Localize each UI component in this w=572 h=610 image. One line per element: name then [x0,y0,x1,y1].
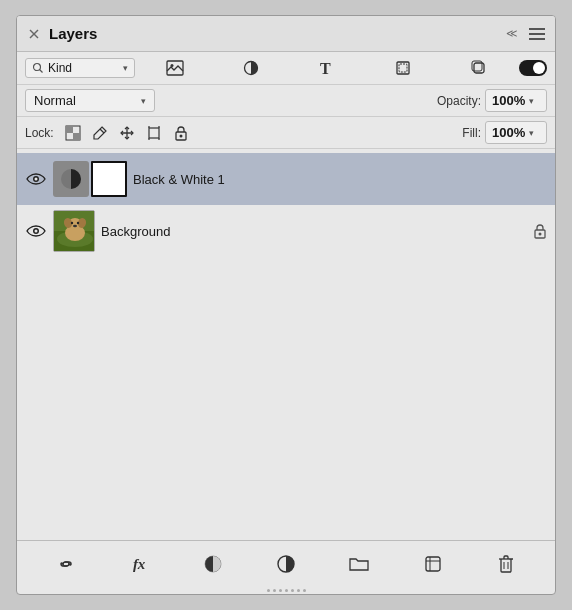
blend-mode-dropdown[interactable]: Normal ▾ [25,89,155,112]
grip-dot [303,589,306,592]
grip-dot [291,589,294,592]
fill-label: Fill: [462,126,481,140]
smartobject-filter-icon[interactable] [468,57,490,79]
svg-rect-13 [66,126,73,133]
opacity-input[interactable]: 100% ▾ [485,89,547,112]
layers-panel: Layers ≪ Kind ▾ [16,15,556,595]
fill-input[interactable]: 100% ▾ [485,121,547,144]
filter-row: Kind ▾ T [17,52,555,85]
layer-locked-icon [533,223,547,239]
adjustment-filter-icon[interactable] [240,57,262,79]
fill-chevron-icon: ▾ [529,128,534,138]
grip-dot [297,589,300,592]
grip-dots [267,589,306,592]
svg-point-24 [179,134,182,137]
new-group-button[interactable] [271,549,301,579]
svg-line-15 [100,129,104,133]
svg-rect-9 [399,64,407,72]
bottom-toolbar: fx [17,540,555,589]
svg-point-29 [35,230,38,233]
double-chevron-icon[interactable]: ≪ [506,27,519,40]
layer-item-background[interactable]: Background [17,205,555,257]
svg-point-39 [73,225,77,227]
lock-row: Lock: [17,117,555,149]
panel-title: Layers [49,25,97,42]
grip-dot [267,589,270,592]
lock-image-pixels-icon[interactable] [89,122,111,144]
layer-name: Black & White 1 [133,172,547,187]
fx-label: fx [133,556,146,573]
panel-menu-button[interactable] [529,28,545,40]
add-mask-button[interactable] [418,549,448,579]
svg-text:T: T [320,60,331,76]
svg-rect-45 [426,557,440,571]
svg-rect-18 [149,128,159,138]
adjustment-layer-icon [53,161,89,197]
title-bar-left: Layers [27,25,97,42]
svg-point-2 [34,64,41,71]
lock-position-icon[interactable] [116,122,138,144]
lock-artboard-icon[interactable] [143,122,165,144]
svg-point-41 [539,233,542,236]
svg-point-26 [35,178,38,181]
svg-point-37 [71,222,73,224]
lock-label: Lock: [25,126,54,140]
search-icon [32,62,44,74]
kind-label: Kind [48,61,119,75]
filter-toggle[interactable] [519,60,547,76]
type-filter-icon[interactable]: T [316,57,338,79]
grip-dot [279,589,282,592]
blend-mode-label: Normal [34,93,137,108]
new-fill-adjustment-button[interactable] [198,549,228,579]
close-button[interactable] [27,27,41,41]
kind-dropdown[interactable]: Kind ▾ [25,58,135,78]
filter-icons: T [141,57,513,79]
svg-point-38 [77,222,79,224]
layer-image-thumbnail [53,210,95,252]
layer-mask-thumbnail[interactable] [91,161,127,197]
resize-grip [17,589,555,594]
svg-line-3 [40,70,43,73]
layer-item-black-white[interactable]: Black & White 1 [17,153,555,205]
layer-name: Background [101,224,527,239]
svg-rect-14 [73,133,80,140]
delete-layer-button[interactable] [491,549,521,579]
layer-thumbnails [53,161,127,197]
lock-all-icon[interactable] [170,122,192,144]
lock-icons [62,122,192,144]
fx-button[interactable]: fx [124,549,154,579]
opacity-label: Opacity: [437,94,481,108]
title-bar: Layers ≪ [17,16,555,52]
layer-visibility-icon[interactable] [25,220,47,242]
opacity-chevron-icon: ▾ [529,96,534,106]
fill-value: 100% [492,125,525,140]
layer-visibility-icon[interactable] [25,168,47,190]
layers-list: Black & White 1 [17,149,555,540]
grip-dot [285,589,288,592]
fill-group: Fill: 100% ▾ [462,121,547,144]
shape-filter-icon[interactable] [392,57,414,79]
grip-dot [273,589,276,592]
kind-chevron-icon: ▾ [123,63,128,73]
blend-chevron-icon: ▾ [141,96,146,106]
opacity-group: Opacity: 100% ▾ [163,89,547,112]
blend-row: Normal ▾ Opacity: 100% ▾ [17,85,555,117]
lock-transparent-pixels-icon[interactable] [62,122,84,144]
link-layers-button[interactable] [51,549,81,579]
image-filter-icon[interactable] [164,57,186,79]
opacity-value: 100% [492,93,525,108]
new-folder-button[interactable] [344,549,374,579]
